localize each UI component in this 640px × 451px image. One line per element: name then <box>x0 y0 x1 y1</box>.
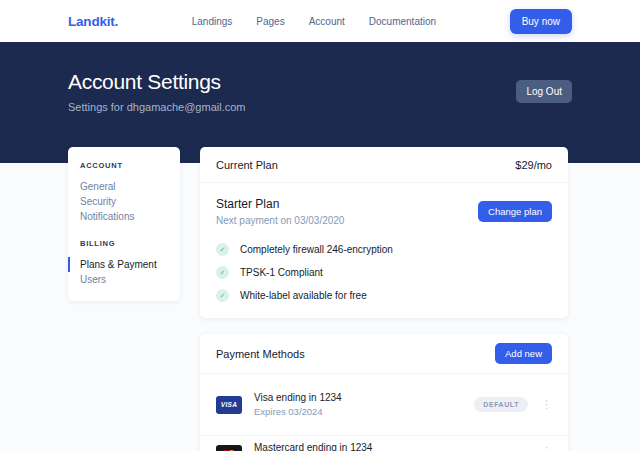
nav-links: Landings Pages Account Documentation <box>192 16 436 27</box>
logout-button[interactable]: Log Out <box>516 80 572 103</box>
payment-method-row-mastercard: Mastercard ending in 1234 ⋮ <box>200 435 568 451</box>
payment-methods-card: Payment Methods Add new VISA Visa ending… <box>200 334 568 451</box>
hero: Account Settings Settings for dhgamache@… <box>0 42 640 163</box>
check-icon: ✓ <box>216 243 229 256</box>
nav-link-landings[interactable]: Landings <box>192 16 233 27</box>
sidebar-item-security[interactable]: Security <box>68 194 180 209</box>
current-plan-price: $29/mo <box>515 159 552 171</box>
page-title: Account Settings <box>68 70 245 94</box>
check-icon: ✓ <box>216 289 229 302</box>
logo[interactable]: Landkit. <box>68 14 118 29</box>
plan-feature-item: ✓ White-label available for free <box>216 289 552 302</box>
kebab-menu-icon[interactable]: ⋮ <box>541 399 552 410</box>
plan-name: Starter Plan <box>216 197 344 211</box>
plan-feature-item: ✓ TPSK-1 Compliant <box>216 266 552 279</box>
plan-features-list: ✓ Completely firewall 246-encryption ✓ T… <box>216 243 552 302</box>
settings-main-column: Current Plan $29/mo Starter Plan Next pa… <box>200 147 568 451</box>
navbar: Landkit. Landings Pages Account Document… <box>0 0 640 42</box>
sidebar-item-users[interactable]: Users <box>68 272 180 287</box>
settings-sidebar: ACCOUNT General Security Notifications B… <box>68 147 180 301</box>
mastercard-logo-icon <box>216 445 242 451</box>
check-icon: ✓ <box>216 266 229 279</box>
payment-methods-title: Payment Methods <box>216 348 305 360</box>
card-expiry: Expires 03/2024 <box>254 406 342 417</box>
feature-label: TPSK-1 Compliant <box>240 267 323 278</box>
nav-link-account[interactable]: Account <box>309 16 345 27</box>
sidebar-item-notifications[interactable]: Notifications <box>68 209 180 224</box>
main-content: ACCOUNT General Security Notifications B… <box>0 147 640 451</box>
card-title: Visa ending in 1234 <box>254 392 342 403</box>
change-plan-button[interactable]: Change plan <box>478 201 552 222</box>
plan-summary: Starter Plan Next payment on 03/03/2020 <box>216 197 344 226</box>
sidebar-heading-billing: BILLING <box>68 239 180 248</box>
nav-link-pages[interactable]: Pages <box>256 16 284 27</box>
buy-now-button[interactable]: Buy now <box>510 9 572 34</box>
card-info: Mastercard ending in 1234 <box>254 442 372 451</box>
page-subtitle: Settings for dhgamache@gmail.com <box>68 101 245 113</box>
sidebar-item-plans-payment[interactable]: Plans & Payment <box>68 257 180 272</box>
hero-text: Account Settings Settings for dhgamache@… <box>68 70 245 113</box>
card-title: Mastercard ending in 1234 <box>254 442 372 451</box>
default-badge: DEFAULT <box>474 397 528 412</box>
payment-methods-header: Payment Methods Add new <box>200 334 568 374</box>
current-plan-card: Current Plan $29/mo Starter Plan Next pa… <box>200 147 568 318</box>
current-plan-body: Starter Plan Next payment on 03/03/2020 … <box>200 183 568 318</box>
kebab-menu-icon[interactable]: ⋮ <box>541 446 552 451</box>
current-plan-title: Current Plan <box>216 159 278 171</box>
plan-next-payment: Next payment on 03/03/2020 <box>216 215 344 226</box>
card-info: Visa ending in 1234 Expires 03/2024 <box>254 392 342 417</box>
plan-feature-item: ✓ Completely firewall 246-encryption <box>216 243 552 256</box>
sidebar-item-general[interactable]: General <box>68 179 180 194</box>
feature-label: White-label available for free <box>240 290 367 301</box>
nav-link-documentation[interactable]: Documentation <box>369 16 436 27</box>
feature-label: Completely firewall 246-encryption <box>240 244 393 255</box>
current-plan-header: Current Plan $29/mo <box>200 147 568 183</box>
visa-logo-icon: VISA <box>216 396 242 414</box>
sidebar-heading-account: ACCOUNT <box>68 161 180 170</box>
add-new-button[interactable]: Add new <box>495 343 552 364</box>
payment-method-row-visa: VISA Visa ending in 1234 Expires 03/2024… <box>200 374 568 435</box>
